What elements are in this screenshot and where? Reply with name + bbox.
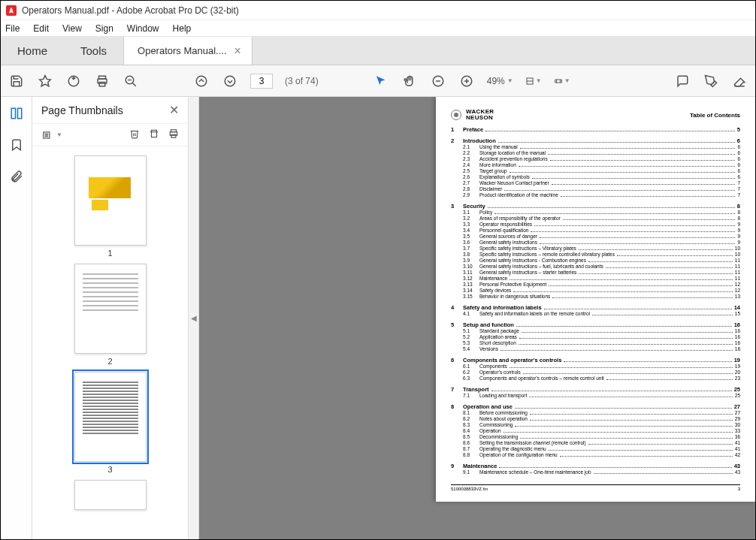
page-count: (3 of 74) <box>285 76 319 86</box>
tab-close-icon[interactable]: × <box>234 45 241 57</box>
thumbnails-list[interactable]: 1 2 3 <box>32 146 188 539</box>
thumbnails-close-icon[interactable]: ✕ <box>169 103 179 117</box>
svg-rect-18 <box>555 79 561 82</box>
svg-rect-22 <box>11 108 15 119</box>
title-bar: Operators Manual.pdf - Adobe Acrobat Pro… <box>1 1 755 20</box>
fit-width-icon[interactable]: ▼ <box>525 73 542 89</box>
svg-line-7 <box>132 83 136 86</box>
comment-icon[interactable] <box>674 73 691 89</box>
main-area: Page Thumbnails ✕ ▼ 1 2 3 <box>1 97 755 539</box>
thumbnails-toolbar: ▼ <box>32 124 188 146</box>
acrobat-icon <box>5 5 17 17</box>
page-up-icon[interactable] <box>193 73 210 89</box>
svg-marker-1 <box>40 75 51 86</box>
thumb-rotate-icon[interactable] <box>149 128 159 142</box>
zoom-in-icon[interactable] <box>458 73 475 89</box>
thumb-options-icon[interactable]: ▼ <box>41 130 62 140</box>
tab-strip: Home Tools Operators Manual.... × <box>1 37 755 65</box>
share-icon[interactable] <box>65 73 82 89</box>
thumb-page-1[interactable]: 1 <box>74 155 147 258</box>
page-viewer[interactable]: WACKERNEUSON Table of Contents 1Preface5… <box>199 97 755 539</box>
window-title: Operators Manual.pdf - Adobe Acrobat Pro… <box>22 5 239 16</box>
menu-window[interactable]: Window <box>127 23 159 34</box>
thumbnails-panel: Page Thumbnails ✕ ▼ 1 2 3 <box>32 97 189 539</box>
toc-body: 1Preface52Introduction62.1Using the manu… <box>451 126 740 475</box>
menu-file[interactable]: File <box>5 23 20 34</box>
document-page: WACKERNEUSON Table of Contents 1Preface5… <box>436 97 755 502</box>
svg-point-9 <box>196 76 207 86</box>
thumbnails-rail-icon[interactable] <box>8 104 26 122</box>
svg-rect-30 <box>152 130 157 137</box>
menu-view[interactable]: View <box>62 23 82 34</box>
menu-edit[interactable]: Edit <box>33 23 49 34</box>
thumbnails-title: Page Thumbnails <box>41 104 123 116</box>
erase-icon[interactable] <box>731 73 748 89</box>
svg-point-10 <box>225 76 235 86</box>
highlight-icon[interactable] <box>703 73 719 89</box>
zoom-out-icon[interactable] <box>430 73 446 89</box>
logo-icon <box>451 110 461 120</box>
tab-document-label: Operators Manual.... <box>138 45 227 56</box>
page-display-icon[interactable]: ▼ <box>554 73 570 89</box>
save-icon[interactable] <box>8 73 25 89</box>
menu-help[interactable]: Help <box>173 23 192 34</box>
hand-tool-icon[interactable] <box>401 73 418 89</box>
menu-bar: File Edit View Sign Window Help <box>1 20 755 37</box>
toolbar: (3 of 74) 49%▼ ▼ ▼ <box>1 65 755 97</box>
zoom-level[interactable]: 49%▼ <box>487 76 513 86</box>
tab-document[interactable]: Operators Manual.... × <box>123 37 253 65</box>
star-icon[interactable] <box>37 73 53 89</box>
attachments-rail-icon[interactable] <box>8 167 26 186</box>
thumb-page-4[interactable] <box>74 480 147 510</box>
thumb-delete-icon[interactable] <box>129 128 140 142</box>
toc-heading: Table of Contents <box>451 112 740 119</box>
tab-tools[interactable]: Tools <box>64 37 123 65</box>
menu-sign[interactable]: Sign <box>95 23 113 34</box>
bookmarks-rail-icon[interactable] <box>8 136 26 154</box>
select-tool-icon[interactable] <box>373 73 389 89</box>
page-down-icon[interactable] <box>222 73 238 89</box>
search-zoom-icon[interactable] <box>122 73 139 89</box>
tab-home[interactable]: Home <box>1 37 64 65</box>
thumb-page-2[interactable]: 2 <box>74 264 147 366</box>
page-footer: 5100008833VZ.fm 3 <box>451 484 740 491</box>
panel-collapse-handle[interactable]: ◀ <box>189 97 199 539</box>
left-rail <box>1 97 32 539</box>
thumb-page-3[interactable]: 3 <box>74 372 147 474</box>
print-icon[interactable] <box>94 73 110 89</box>
thumb-print-icon[interactable] <box>168 128 179 142</box>
svg-rect-23 <box>17 108 21 119</box>
page-number-input[interactable] <box>250 74 273 89</box>
